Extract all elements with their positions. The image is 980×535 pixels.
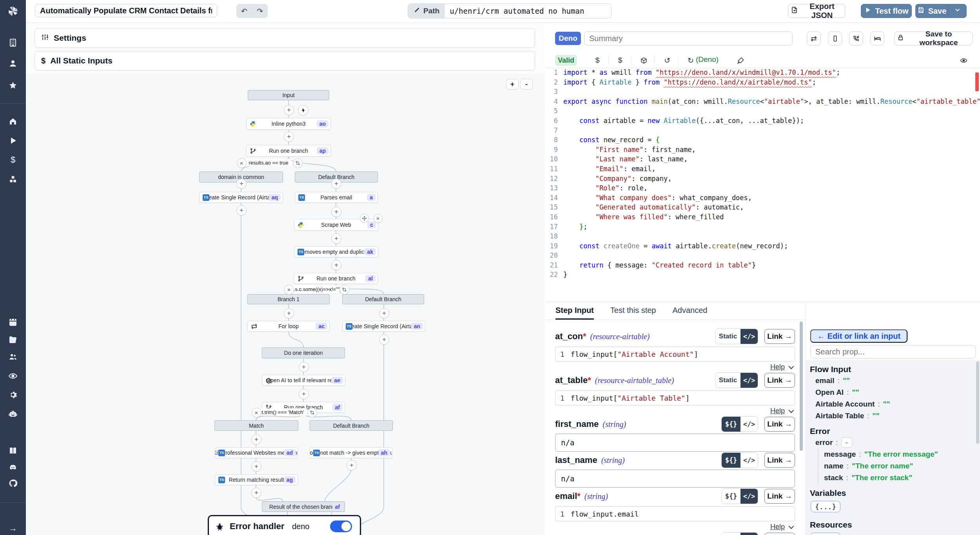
insert-step-button[interactable]: + <box>251 488 261 498</box>
sidebar-home-icon[interactable] <box>0 115 26 128</box>
remove-branch-icon[interactable]: × <box>284 285 294 295</box>
sidebar-dollar-icon[interactable]: $ <box>0 154 26 166</box>
edit-or-link-input-button[interactable]: ← Edit or link an input <box>810 329 907 343</box>
chevron-down-icon[interactable] <box>788 364 794 369</box>
flow-node-csr1[interactable]: TSCreate Single Record (Airtable)aq <box>199 192 283 203</box>
flow-node-dnm[interactable]: TSDoes not match -> gives empty valueah <box>310 447 392 458</box>
path-label[interactable]: Path <box>408 4 445 18</box>
mobile-icon[interactable] <box>828 31 842 45</box>
sidebar-building-icon[interactable] <box>0 36 26 49</box>
code-mode-segment[interactable]: </> <box>740 329 758 344</box>
tab-advanced[interactable]: Advanced <box>672 302 707 320</box>
summary-input[interactable] <box>584 31 793 45</box>
flow-node-ret[interactable]: TSReturn matching resultag <box>215 474 298 485</box>
flow-node-fl[interactable]: For loopac <box>247 321 330 332</box>
code-mode-segment[interactable]: </> <box>740 417 758 432</box>
input-mode-toggle[interactable]: ${}</> <box>721 532 758 535</box>
prop-email[interactable]: email:"" <box>810 375 975 387</box>
prop-scrollbar[interactable] <box>976 361 979 444</box>
insert-step-button[interactable]: + <box>379 334 389 345</box>
save-dropdown-button[interactable] <box>948 4 967 18</box>
sidebar-book-icon[interactable] <box>0 445 26 457</box>
chevron-down-icon[interactable] <box>788 524 794 529</box>
eye-icon[interactable] <box>958 54 969 66</box>
dollar-tool-icon[interactable]: $ <box>614 54 626 66</box>
error-handler-toggle[interactable] <box>330 521 352 532</box>
sidebar-github-icon[interactable] <box>0 477 26 490</box>
input-mode-toggle[interactable]: ${}</> <box>721 488 758 504</box>
help-link[interactable]: Help <box>770 363 785 371</box>
branch-compare-icon[interactable] <box>339 285 349 295</box>
template-mode-segment[interactable]: ${} <box>722 453 740 468</box>
chevron-down-icon[interactable] <box>788 408 794 413</box>
input-mode-toggle[interactable]: Static</> <box>715 329 758 344</box>
code-mode-segment[interactable]: </> <box>740 489 758 504</box>
prop-error[interactable]: error:- <box>810 437 975 448</box>
input-mode-toggle[interactable]: ${}</> <box>721 452 758 468</box>
insert-step-button[interactable]: + <box>236 205 247 215</box>
brush-icon[interactable] <box>735 54 746 66</box>
link-button[interactable]: Link → <box>764 329 795 344</box>
prop-message[interactable]: message:"The error message" <box>818 448 975 460</box>
insert-step-button[interactable]: + <box>331 207 341 217</box>
flow-node-pe[interactable]: TSParses emaila <box>295 192 378 203</box>
flow-node-oai[interactable]: Open AI to tell if relevant resultae <box>262 375 345 386</box>
tab-test-this-step[interactable]: Test this step <box>610 302 656 320</box>
flow-node-doi[interactable]: Do one iteration <box>262 347 345 358</box>
sidebar-robot-icon[interactable] <box>0 408 26 420</box>
flow-title-input[interactable] <box>35 4 217 17</box>
input-mode-toggle[interactable]: ${}</> <box>721 416 758 432</box>
expression-editor[interactable]: 1flow_input["Airtable Table"] <box>555 390 795 405</box>
test-flow-button[interactable]: Test flow <box>861 4 912 18</box>
flow-node-bh5[interactable]: Default Branch <box>310 420 393 431</box>
save-to-workspace-button[interactable]: Save to workspace <box>894 31 973 45</box>
static-mode-segment[interactable]: Static <box>715 373 740 388</box>
export-json-button[interactable]: Export JSON <box>788 4 845 18</box>
branch-compare-icon[interactable] <box>307 408 317 418</box>
insert-step-button[interactable]: + <box>347 460 357 470</box>
insert-step-button[interactable]: + <box>284 308 294 318</box>
flow-node-rb2[interactable]: Run one branchal <box>294 273 378 284</box>
link-button[interactable]: Link → <box>764 453 795 468</box>
help-link[interactable]: Help <box>770 523 785 531</box>
phone-icon[interactable] <box>849 31 863 45</box>
language-badge[interactable]: Deno <box>555 32 581 45</box>
link-button[interactable]: Link → <box>764 533 795 535</box>
insert-step-button[interactable]: + <box>251 434 261 445</box>
insert-step-button[interactable]: + <box>379 308 389 318</box>
template-mode-segment[interactable]: ${} <box>722 489 740 504</box>
redo-button[interactable]: ↷ <box>252 4 268 18</box>
path-input[interactable] <box>445 4 611 18</box>
undo-button[interactable]: ↶ <box>236 4 252 18</box>
swap-icon[interactable]: ⇄ <box>807 31 821 45</box>
package-tool-icon[interactable] <box>638 54 650 66</box>
prop-name[interactable]: name:"The error name" <box>818 460 975 472</box>
expression-editor[interactable]: 1flow_input["Airtable Account"] <box>555 347 795 361</box>
input-mode-toggle[interactable]: Static</> <box>715 372 758 388</box>
flow-node-res[interactable]: Result of the chosen branchaf <box>262 501 345 512</box>
expression-editor[interactable]: 1flow_input.email <box>555 506 795 521</box>
sidebar-user-icon[interactable] <box>0 57 26 70</box>
insert-step-button[interactable]: + <box>236 179 247 189</box>
sidebar-play-icon[interactable] <box>0 134 26 147</box>
flow-node-bh6[interactable]: Default Branch <box>342 294 424 304</box>
sidebar-calendar-icon[interactable] <box>0 316 26 328</box>
sidebar-cubes-icon[interactable] <box>0 173 26 186</box>
trigger-bolt-icon[interactable] <box>298 105 309 116</box>
insert-step-button[interactable]: + <box>284 105 294 115</box>
refresh-tool-icon[interactable]: ↻ <box>685 54 697 66</box>
flow-node-rb1[interactable]: Run one branchap <box>246 145 331 157</box>
help-link[interactable]: Help <box>770 407 785 415</box>
undo-tool-icon[interactable]: ↺ <box>661 54 673 66</box>
code-editor[interactable]: 1import * as wmill from "https://deno.la… <box>545 69 980 302</box>
step-scrollbar[interactable] <box>800 322 803 451</box>
tab-step-input[interactable]: Step Input <box>555 302 594 320</box>
value-input[interactable]: n/a <box>555 434 795 452</box>
flow-node-red[interactable]: TSRemoves empty and duplicatesak <box>294 246 378 257</box>
insert-step-button[interactable]: + <box>331 233 341 244</box>
remove-branch-icon[interactable]: × <box>237 158 247 168</box>
remove-branch-icon[interactable]: × <box>252 408 261 418</box>
windmill-logo-icon[interactable] <box>0 3 26 20</box>
sidebar-folder-icon[interactable] <box>0 333 26 346</box>
static-mode-segment[interactable]: Static <box>715 329 740 344</box>
